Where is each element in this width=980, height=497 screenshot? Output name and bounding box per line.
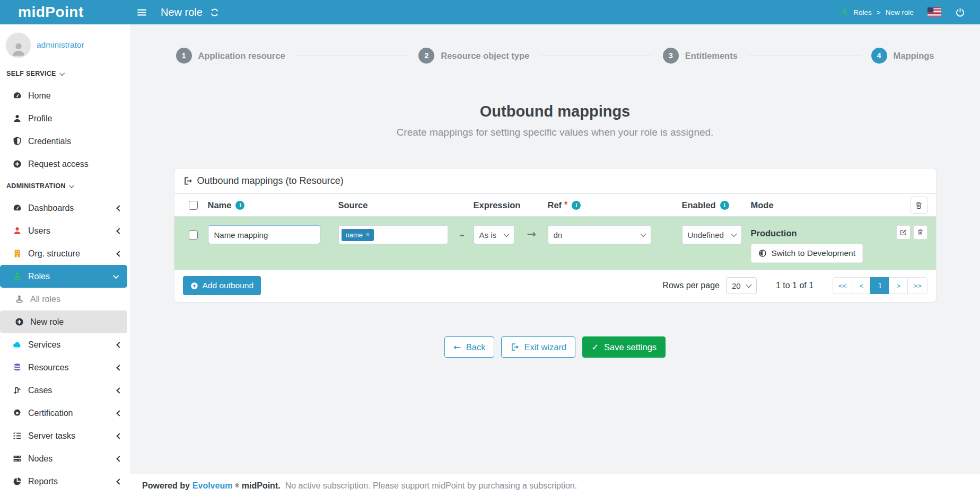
mapping-table-row: name × – As is → <box>174 217 936 270</box>
pager-page-1-button[interactable]: 1 <box>870 277 889 294</box>
wizard-step-3[interactable]: 3 Entitlements <box>663 48 738 64</box>
chevron-left-icon <box>116 228 122 234</box>
sidebar-item-users[interactable]: Users <box>0 219 130 242</box>
chevron-down-icon <box>59 70 65 76</box>
source-input[interactable]: name × <box>338 225 448 244</box>
section-header-administration[interactable]: ADMINISTRATION <box>0 175 130 197</box>
user-panel[interactable]: administrator <box>0 24 130 63</box>
sidebar-item-new-role[interactable]: New role <box>0 310 127 333</box>
gauge-icon <box>12 203 22 212</box>
expression-select[interactable]: As is <box>474 225 514 244</box>
language-flag-us[interactable] <box>928 7 941 17</box>
sidebar-item-credentials[interactable]: Credentials <box>0 130 130 153</box>
pager-next-button[interactable]: > <box>889 277 908 294</box>
info-icon[interactable] <box>572 201 581 210</box>
mode-status-label: Production <box>751 228 797 238</box>
sidebar-item-cases[interactable]: Cases <box>0 379 130 402</box>
role-icon <box>12 272 22 281</box>
add-outbound-button[interactable]: Add outbound <box>183 276 261 295</box>
delete-row-button[interactable] <box>913 225 928 239</box>
midpoint-logo[interactable]: midPoint <box>18 4 84 20</box>
step-number: 1 <box>176 48 192 64</box>
rows-per-page-select[interactable]: 20 <box>726 277 757 294</box>
wizard-step-1[interactable]: 1 Application resource <box>176 48 285 64</box>
sidebar-item-server-tasks[interactable]: Server tasks <box>0 424 130 447</box>
wizard-step-4-active[interactable]: 4 Mappings <box>871 48 934 64</box>
pager-prev-button[interactable]: < <box>852 277 871 294</box>
case-flow-icon <box>12 386 22 395</box>
sidebar-item-dashboards[interactable]: Dashboards <box>0 197 130 219</box>
step-number: 3 <box>663 48 679 64</box>
logo-area: midPoint <box>0 4 130 21</box>
info-icon[interactable] <box>720 201 729 210</box>
step-connector <box>748 56 861 56</box>
pagination-area: Rows per page 20 1 to 1 of 1 << < 1 > <box>662 277 927 294</box>
exit-wizard-button[interactable]: Exit wizard <box>501 336 575 358</box>
enabled-select[interactable]: Undefined <box>682 225 742 244</box>
chip-remove-icon[interactable]: × <box>366 231 370 238</box>
server-icon <box>12 454 22 463</box>
wizard-step-2[interactable]: 2 Resource object type <box>418 48 529 64</box>
shield-icon <box>12 137 22 146</box>
avatar <box>6 33 30 57</box>
pager-first-button[interactable]: << <box>833 277 852 294</box>
edit-row-button[interactable] <box>896 225 911 239</box>
user-icon <box>12 226 22 235</box>
source-chip: name × <box>342 229 374 241</box>
minus-icon: – <box>460 229 465 241</box>
row-checkbox[interactable] <box>189 230 198 239</box>
chevron-left-icon <box>116 456 122 462</box>
plus-circle-icon <box>190 282 198 290</box>
main-content: 1 Application resource 2 Resource object… <box>130 24 980 497</box>
logout-power-icon[interactable] <box>955 7 965 17</box>
sidebar-item-roles[interactable]: Roles <box>0 265 127 288</box>
save-settings-button[interactable]: ✓ Save settings <box>582 336 666 358</box>
header-checkbox-cell <box>174 201 200 210</box>
sidebar-item-profile[interactable]: Profile <box>0 107 130 130</box>
sidebar-item-all-roles[interactable]: All roles <box>0 288 130 310</box>
chevron-left-icon <box>116 433 122 439</box>
info-icon[interactable] <box>235 201 244 210</box>
trash-icon <box>915 201 923 209</box>
chevron-down-icon <box>113 272 119 278</box>
table-header-row: Name Source Expression Ref * Enabled <box>174 193 936 217</box>
sidebar-item-org-structure[interactable]: Org. structure <box>0 242 130 265</box>
sidebar-item-services[interactable]: Services <box>0 333 130 356</box>
rows-per-page-label: Rows per page <box>662 281 720 290</box>
back-button[interactable]: ← Back <box>444 336 495 358</box>
pager-last-button[interactable]: >> <box>907 277 927 294</box>
building-icon <box>12 249 22 258</box>
select-all-checkbox[interactable] <box>189 201 198 210</box>
breadcrumb-current[interactable]: New role <box>886 8 914 16</box>
sidebar-item-reports[interactable]: Reports <box>0 470 130 493</box>
sidebar-item-home[interactable]: Home <box>0 84 130 107</box>
delete-all-button[interactable] <box>911 197 928 214</box>
user-name: administrator <box>37 40 84 50</box>
column-header-name: Name <box>208 200 232 210</box>
sidebar-item-request-access[interactable]: Request access <box>0 153 130 175</box>
required-asterisk: * <box>564 200 567 210</box>
pager: << < 1 > >> <box>833 277 927 294</box>
sidebar-item-nodes[interactable]: Nodes <box>0 447 130 470</box>
column-header-ref: Ref <box>548 200 562 210</box>
refresh-icon[interactable] <box>210 8 219 17</box>
breadcrumb-separator: > <box>877 8 881 16</box>
sidebar-item-resources[interactable]: Resources <box>0 356 130 379</box>
breadcrumb-roles-link[interactable]: Roles <box>853 8 872 16</box>
cloud-icon <box>12 340 22 349</box>
step-number: 2 <box>418 48 434 64</box>
page-footer: Powered by Evolveum® midPoint. No active… <box>130 474 980 497</box>
sidebar-item-certification[interactable]: Certification <box>0 402 130 424</box>
section-header-self-service[interactable]: SELF SERVICE <box>0 63 130 84</box>
ref-select[interactable]: dn <box>548 225 651 244</box>
database-icon <box>12 363 22 372</box>
chevron-left-icon <box>116 410 122 416</box>
switch-to-development-button[interactable]: Switch to Development <box>751 244 863 263</box>
sidebar: administrator SELF SERVICE Home Profile … <box>0 24 130 497</box>
evolveum-link[interactable]: Evolveum <box>192 481 233 491</box>
step-connector <box>540 56 652 56</box>
mapping-name-input[interactable] <box>208 225 320 244</box>
enabled-select-wrap: Undefined <box>682 225 742 244</box>
sign-out-icon <box>510 343 519 351</box>
hamburger-menu-icon[interactable] <box>130 7 153 17</box>
